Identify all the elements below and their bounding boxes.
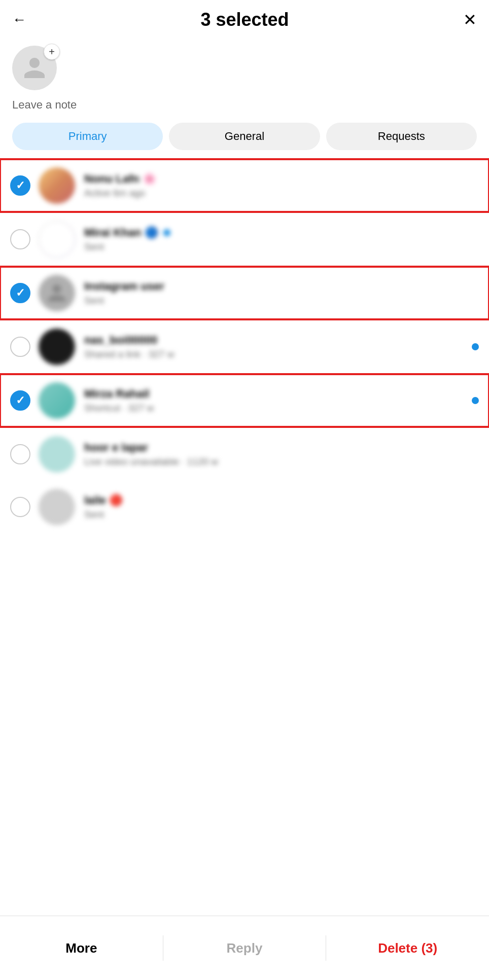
message-avatar	[39, 221, 75, 258]
header-title: 3 selected	[200, 9, 289, 30]
message-item[interactable]: ✓ Nonu Lafn 🌸 Active 6m ago	[0, 159, 489, 212]
message-meta	[472, 397, 479, 404]
message-name: laile 🔴	[84, 494, 479, 507]
add-note-button[interactable]: +	[44, 44, 60, 60]
message-name: Instagram user	[84, 280, 479, 293]
message-avatar	[39, 436, 75, 473]
message-checkbox[interactable]: ✓	[10, 283, 30, 303]
message-name: hoor e lapar	[84, 441, 479, 454]
message-content: Mirai Khan 🔵 Sent	[84, 226, 479, 252]
message-checkbox[interactable]: ✓	[10, 390, 30, 411]
person-icon	[22, 55, 47, 81]
message-name: nas_boi00000	[84, 334, 472, 347]
inbox-tabs: Primary General Requests	[0, 117, 489, 158]
check-icon: ✓	[16, 180, 25, 191]
note-avatar-container[interactable]: +	[12, 46, 58, 91]
message-content: hoor e lapar Live video unavailable · 11…	[84, 441, 479, 467]
message-name: Mirza Rahail	[84, 387, 472, 401]
message-checkbox[interactable]	[10, 229, 30, 249]
message-avatar	[39, 167, 75, 204]
leave-note-label: Leave a note	[12, 98, 77, 112]
tab-general[interactable]: General	[169, 123, 320, 150]
message-avatar	[39, 275, 75, 311]
message-name: Mirai Khan 🔵	[84, 226, 479, 239]
check-icon: ✓	[16, 287, 25, 299]
message-avatar	[39, 382, 75, 419]
check-icon: ✓	[16, 395, 25, 406]
message-content: laile 🔴 Sent	[84, 494, 479, 520]
message-item[interactable]: Mirai Khan 🔵 Sent	[0, 213, 489, 266]
message-item[interactable]: hoor e lapar Live video unavailable · 11…	[0, 428, 489, 481]
message-avatar	[39, 489, 75, 525]
message-preview: Live video unavailable · 1120 w	[84, 456, 479, 467]
message-item[interactable]: laile 🔴 Sent	[0, 481, 489, 533]
message-preview: Sent	[84, 241, 479, 252]
tab-primary[interactable]: Primary	[12, 123, 163, 150]
header: ← 3 selected ✕	[0, 0, 489, 35]
message-checkbox[interactable]	[10, 444, 30, 464]
message-item[interactable]: ✓ Mirza Rahail Shortcut · 327 w	[0, 374, 489, 427]
online-dot	[163, 229, 170, 236]
default-avatar-icon	[46, 282, 67, 304]
tab-requests[interactable]: Requests	[326, 123, 477, 150]
story-ring	[39, 221, 75, 258]
message-preview: Sent	[84, 295, 479, 306]
unread-indicator	[472, 343, 479, 350]
message-content: Nonu Lafn 🌸 Active 6m ago	[84, 172, 479, 199]
message-item[interactable]: ✓ Instagram user Sent	[0, 267, 489, 319]
message-name: Nonu Lafn 🌸	[84, 172, 479, 186]
note-section: + Leave a note	[0, 35, 489, 117]
message-checkbox[interactable]	[10, 497, 30, 517]
message-checkbox[interactable]	[10, 337, 30, 357]
delete-button[interactable]: Delete (3)	[326, 916, 489, 980]
message-content: Instagram user Sent	[84, 280, 479, 306]
message-preview: Active 6m ago	[84, 188, 479, 199]
back-button[interactable]: ←	[12, 13, 26, 27]
reply-button[interactable]: Reply	[163, 916, 326, 980]
bottom-action-bar: More Reply Delete (3)	[0, 916, 489, 980]
message-list: ✓ Nonu Lafn 🌸 Active 6m ago Mirai Khan 🔵…	[0, 159, 489, 599]
message-content: Mirza Rahail Shortcut · 327 w	[84, 387, 472, 414]
message-preview: Shared a link · 327 w	[84, 349, 472, 360]
message-content: nas_boi00000 Shared a link · 327 w	[84, 334, 472, 360]
message-avatar	[39, 329, 75, 365]
message-preview: Sent	[84, 509, 479, 520]
message-preview: Shortcut · 327 w	[84, 403, 472, 414]
message-checkbox[interactable]: ✓	[10, 175, 30, 196]
more-button[interactable]: More	[0, 916, 163, 980]
unread-indicator	[472, 397, 479, 404]
message-meta	[472, 343, 479, 350]
close-button[interactable]: ✕	[463, 12, 477, 28]
message-item[interactable]: nas_boi00000 Shared a link · 327 w	[0, 320, 489, 373]
